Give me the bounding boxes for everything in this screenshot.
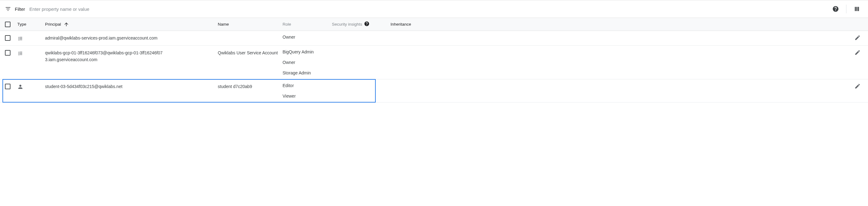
principal-name: student d7c20ab9 (218, 83, 252, 90)
filter-label: Filter (15, 6, 25, 12)
table-row: student-03-5d434f03c215@qwiklabs.net stu… (0, 79, 868, 102)
filter-bar: Filter (0, 0, 868, 18)
role-list: Owner (283, 35, 295, 39)
row-checkbox[interactable] (5, 50, 10, 56)
role-item: Editor (283, 83, 296, 88)
filter-input[interactable] (29, 6, 830, 12)
service-account-icon (17, 35, 24, 41)
edit-principal-icon[interactable] (855, 35, 861, 42)
principal-email: admiral@qwiklabs-services-prod.iam.gserv… (45, 35, 157, 41)
service-account-icon (17, 50, 24, 56)
column-header-principal[interactable]: Principal (45, 22, 218, 27)
column-header-security-insights[interactable]: Security insights (332, 21, 391, 28)
role-list: Editor Viewer (283, 83, 296, 98)
divider (846, 5, 846, 13)
table-row: qwiklabs-gcp-01-3ff16246f073@qwiklabs-gc… (0, 46, 868, 79)
role-item: Viewer (283, 94, 296, 98)
role-item: Owner (283, 35, 295, 39)
column-header-role[interactable]: Role (283, 22, 332, 27)
table-row: admiral@qwiklabs-services-prod.iam.gserv… (0, 31, 868, 46)
edit-principal-icon[interactable] (855, 83, 861, 90)
role-item: BigQuery Admin (283, 50, 314, 54)
role-item: Storage Admin (283, 70, 314, 76)
column-display-options-icon[interactable] (851, 3, 863, 15)
column-header-type[interactable]: Type (17, 22, 45, 27)
table-header: Type Principal Name Role Security insigh… (0, 18, 868, 31)
help-icon[interactable] (830, 3, 842, 15)
column-header-inheritance[interactable]: Inheritance (391, 22, 434, 27)
principal-name: Qwiklabs User Service Account (218, 50, 278, 56)
role-item: Owner (283, 60, 314, 65)
row-checkbox[interactable] (5, 35, 10, 41)
principal-email: student-03-5d434f03c215@qwiklabs.net (45, 83, 122, 90)
iam-permissions-panel: Filter Type Principa (0, 0, 868, 102)
help-icon[interactable] (364, 21, 370, 28)
iam-table: Type Principal Name Role Security insigh… (0, 18, 868, 102)
role-list: BigQuery Admin Owner Storage Admin (283, 50, 314, 76)
row-checkbox[interactable] (5, 84, 10, 89)
sort-ascending-icon (64, 22, 69, 27)
select-all-checkbox[interactable] (5, 22, 10, 27)
filter-actions (830, 3, 863, 15)
filter-icon (5, 6, 11, 12)
principal-email: qwiklabs-gcp-01-3ff16246f073@qwiklabs-gc… (45, 50, 165, 63)
column-header-name[interactable]: Name (218, 22, 283, 27)
edit-principal-icon[interactable] (855, 50, 861, 57)
user-icon (17, 84, 24, 90)
